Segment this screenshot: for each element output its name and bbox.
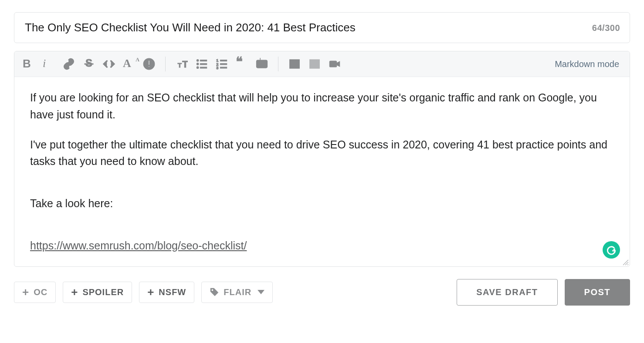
toolbar-separator xyxy=(278,57,278,71)
video-icon[interactable] xyxy=(327,57,342,71)
svg-rect-3 xyxy=(149,61,149,65)
svg-text:3: 3 xyxy=(216,66,218,70)
numbered-list-icon[interactable]: 1 2 3 xyxy=(214,57,229,71)
resize-handle-icon[interactable] xyxy=(622,259,629,266)
plus-icon: + xyxy=(71,288,78,297)
svg-rect-16 xyxy=(220,64,227,65)
plus-icon: + xyxy=(22,288,29,297)
body-paragraph: If you are looking for an SEO checklist … xyxy=(30,89,614,123)
svg-point-9 xyxy=(197,63,199,65)
flair-label: FLAIR xyxy=(224,287,251,297)
svg-rect-10 xyxy=(200,64,207,65)
spoiler-tag-button[interactable]: + SPOILER xyxy=(63,282,132,303)
link-icon[interactable] xyxy=(61,57,76,71)
svg-rect-26 xyxy=(329,61,336,67)
superscript-icon[interactable]: AA xyxy=(122,57,136,71)
svg-point-7 xyxy=(197,60,199,62)
editor-toolbar: B i S AA xyxy=(14,51,630,77)
image-icon[interactable] xyxy=(307,57,322,71)
svg-text:T: T xyxy=(259,58,262,61)
bullet-list-icon[interactable] xyxy=(194,57,209,71)
title-field-container: 64/300 xyxy=(14,12,630,43)
spoiler-icon[interactable] xyxy=(142,57,156,71)
toolbar-separator xyxy=(165,57,166,71)
svg-text:S: S xyxy=(85,58,92,69)
svg-point-25 xyxy=(312,62,314,64)
post-button[interactable]: POST xyxy=(565,279,630,306)
heading-icon[interactable]: TT xyxy=(174,57,189,71)
oc-tag-button[interactable]: + OC xyxy=(14,282,56,303)
italic-icon[interactable]: i xyxy=(41,57,56,71)
svg-rect-18 xyxy=(220,67,227,68)
svg-rect-4 xyxy=(149,66,149,67)
svg-rect-8 xyxy=(200,60,207,61)
body-paragraph: Take a look here: xyxy=(30,195,614,212)
body-link[interactable]: https://www.semrush.com/blog/seo-checkli… xyxy=(30,239,247,252)
nsfw-tag-button[interactable]: + NSFW xyxy=(139,282,194,303)
save-draft-button[interactable]: SAVE DRAFT xyxy=(457,279,557,306)
title-char-count: 64/300 xyxy=(592,23,620,33)
nsfw-label: NSFW xyxy=(159,287,186,297)
post-actions-row: + OC + SPOILER + NSFW FLAIR SAVE DRAFT P… xyxy=(14,279,630,306)
grammarly-icon[interactable] xyxy=(603,241,620,259)
svg-text:T: T xyxy=(178,61,182,69)
svg-rect-12 xyxy=(200,67,207,68)
table-icon[interactable] xyxy=(287,57,302,71)
body-paragraph: I've put together the ultimate checklist… xyxy=(30,136,614,170)
oc-label: OC xyxy=(34,287,47,297)
chevron-down-icon xyxy=(258,290,264,294)
flair-tag-button[interactable]: FLAIR xyxy=(201,282,273,303)
svg-text:T: T xyxy=(182,59,188,70)
markdown-mode-link[interactable]: Markdown mode xyxy=(555,59,623,69)
editor-card: B i S AA xyxy=(14,51,630,267)
post-body-editor[interactable]: If you are looking for an SEO checklist … xyxy=(14,77,630,266)
bold-icon[interactable]: B xyxy=(21,57,36,71)
code-block-icon[interactable]: T xyxy=(254,57,269,71)
inline-code-icon[interactable] xyxy=(102,57,116,71)
svg-point-11 xyxy=(197,67,199,69)
tag-icon xyxy=(210,287,219,297)
svg-rect-19 xyxy=(257,61,267,67)
spoiler-label: SPOILER xyxy=(82,287,124,297)
svg-rect-14 xyxy=(220,60,227,61)
svg-point-30 xyxy=(212,289,214,291)
plus-icon: + xyxy=(147,288,154,297)
quote-icon[interactable]: ❝ xyxy=(234,57,249,71)
strikethrough-icon[interactable]: S xyxy=(81,57,96,71)
post-title-input[interactable] xyxy=(24,20,620,35)
svg-line-29 xyxy=(627,264,628,265)
